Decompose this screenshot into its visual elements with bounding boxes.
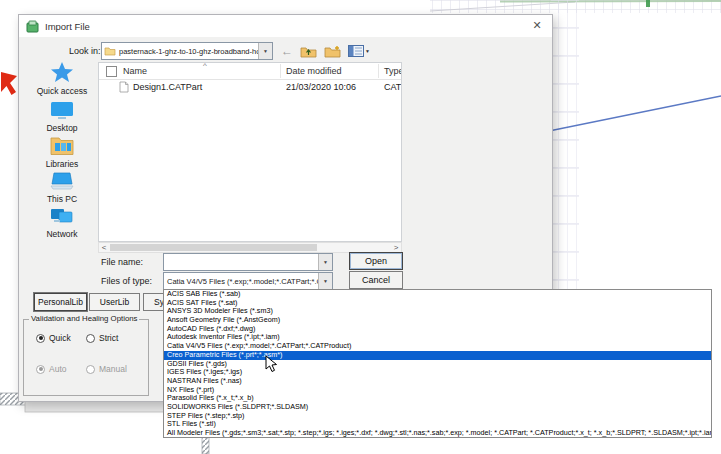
- validation-options-group: Validation and Healing Options Quick Str…: [23, 319, 149, 396]
- dialog-toolbar: ← ▼: [281, 42, 370, 60]
- chevron-down-icon: ▼: [365, 48, 370, 54]
- column-header-date-modified[interactable]: Date modified: [286, 66, 342, 76]
- files-of-type-value: Catia V4/V5 Files (*.exp;*.model;*.CATPa…: [164, 277, 318, 286]
- radio-quick[interactable]: Quick: [36, 333, 71, 343]
- view-menu-icon[interactable]: ▼: [348, 45, 370, 57]
- dropdown-item[interactable]: Ansoft Geometry File (*.AnstGeom): [164, 316, 711, 325]
- column-separator[interactable]: [280, 64, 281, 78]
- dropdown-item[interactable]: NASTRAN Files (*.nas): [164, 377, 711, 386]
- chevron-down-icon[interactable]: ▼: [318, 273, 332, 289]
- dropdown-item[interactable]: IGES Files (*.iges;*.igs): [164, 368, 711, 377]
- file-name-cell: Design1.CATPart: [133, 82, 278, 92]
- sidebar-item-label: Libraries: [31, 159, 93, 169]
- files-of-type-combobox[interactable]: Catia V4/V5 Files (*.exp;*.model;*.CATPa…: [163, 272, 333, 290]
- dropdown-item[interactable]: SOLIDWORKS Files (*.SLDPRT;*.SLDASM): [164, 403, 711, 412]
- radio-strict[interactable]: Strict: [86, 333, 118, 343]
- dropdown-item[interactable]: ACIS SAT Files (*.sat): [164, 299, 711, 308]
- file-name-label: File name:: [101, 257, 143, 267]
- dropdown-item[interactable]: Autodesk Inventor Files (*.ipt;*.iam): [164, 333, 711, 342]
- top-green-tick: [646, 0, 650, 7]
- radio-label: Auto: [49, 364, 67, 374]
- file-list: ^ Name Date modified Type Design1.CATPar…: [98, 62, 402, 242]
- radio-icon[interactable]: [86, 334, 95, 343]
- file-name-input[interactable]: ▼: [163, 253, 333, 271]
- sort-caret-icon: ^: [203, 62, 207, 70]
- top-green-line: [500, 1, 721, 2]
- radio-icon[interactable]: [36, 334, 45, 343]
- chevron-down-icon[interactable]: ▼: [318, 254, 332, 270]
- sidebar-item-label: Network: [31, 229, 93, 239]
- scroll-right-icon[interactable]: >: [391, 243, 401, 252]
- sidebar-item-libraries[interactable]: Libraries: [31, 135, 93, 169]
- chevron-down-icon[interactable]: ▼: [258, 43, 272, 59]
- look-in-combobox[interactable]: pasternack-1-ghz-to-10-ghz-broadband-hor…: [101, 42, 273, 60]
- up-one-level-icon[interactable]: [300, 45, 317, 58]
- new-folder-icon[interactable]: [324, 45, 341, 58]
- open-button[interactable]: Open: [349, 252, 403, 270]
- mouse-cursor-icon: [265, 355, 278, 373]
- radio-icon: [36, 365, 45, 374]
- file-type-dropdown-list: ACIS SAB Files (*.sab) ACIS SAT Files (*…: [163, 289, 712, 438]
- dialog-titlebar[interactable]: Import File ✕: [19, 15, 552, 37]
- cancel-button[interactable]: Cancel: [349, 271, 403, 289]
- scroll-left-icon[interactable]: <: [99, 243, 109, 252]
- dropdown-item[interactable]: All Modeler Files (*.gds;*.sm3;*.sat;*.s…: [164, 429, 711, 438]
- sidebar-item-network[interactable]: Network: [31, 206, 93, 239]
- dropdown-item-selected[interactable]: Creo Parametric Files (*.prt*;*.asm*): [164, 351, 711, 360]
- file-icon: [119, 81, 129, 93]
- radio-label: Quick: [49, 333, 71, 343]
- close-icon[interactable]: ✕: [528, 17, 546, 34]
- validation-group-title: Validation and Healing Options: [29, 314, 139, 323]
- scrollbar-thumb[interactable]: [110, 244, 317, 251]
- star-icon: [50, 61, 74, 83]
- red-annotation-arrow: [1, 72, 17, 95]
- files-of-type-label: Files of type:: [101, 276, 152, 286]
- this-pc-icon: [49, 171, 75, 191]
- radio-icon: [86, 365, 95, 374]
- user-lib-button[interactable]: UserLib: [89, 293, 140, 311]
- right-grid-band: [551, 0, 579, 289]
- radio-auto: Auto: [36, 364, 67, 374]
- sidebar-item-desktop[interactable]: Desktop: [31, 101, 93, 133]
- sidebar-item-label: This PC: [31, 194, 93, 204]
- radio-label: Strict: [99, 333, 118, 343]
- folder-icon: [104, 46, 116, 56]
- dropdown-item[interactable]: Catia V4/V5 Files (*.exp;*.model;*.CATPa…: [164, 342, 711, 351]
- import-file-icon: [26, 20, 39, 33]
- dropdown-item[interactable]: AutoCAD Files (*.dxf;*.dwg): [164, 325, 711, 334]
- sidebar-item-label: Quick access: [31, 86, 93, 96]
- column-header-type[interactable]: Type: [384, 66, 402, 76]
- file-row[interactable]: Design1.CATPart 21/03/2020 10:06 CATPA: [99, 80, 401, 95]
- personal-lib-button[interactable]: PersonalLib: [34, 293, 87, 311]
- sidebar-item-quick-access[interactable]: Quick access: [31, 61, 93, 96]
- dropdown-item[interactable]: STEP Files (*.step;*.stp): [164, 412, 711, 421]
- dropdown-item[interactable]: NX Files (*.prt): [164, 386, 711, 395]
- column-header-name[interactable]: Name: [123, 66, 147, 76]
- network-icon: [49, 206, 75, 226]
- dialog-title: Import File: [45, 21, 90, 32]
- back-icon[interactable]: ←: [281, 45, 293, 57]
- column-separator[interactable]: [378, 64, 379, 78]
- file-list-header: ^ Name Date modified Type: [99, 63, 401, 80]
- radio-label: Manual: [99, 364, 127, 374]
- sidebar-item-this-pc[interactable]: This PC: [31, 171, 93, 204]
- sidebar-item-label: Desktop: [31, 123, 93, 133]
- dropdown-item[interactable]: ACIS SAB Files (*.sab): [164, 290, 711, 299]
- dropdown-item[interactable]: STL Files (*.stl): [164, 420, 711, 429]
- select-all-checkbox[interactable]: [106, 66, 117, 77]
- dropdown-item[interactable]: Parasolid Files (*.x_t;*.x_b): [164, 394, 711, 403]
- dropdown-item[interactable]: GDSII Files (*.gds): [164, 360, 711, 369]
- file-type-cell: CATPA: [384, 82, 402, 92]
- file-date-cell: 21/03/2020 10:06: [286, 82, 376, 92]
- dropdown-item[interactable]: ANSYS 3D Modeler Files (*.sm3): [164, 307, 711, 316]
- desktop-icon: [49, 101, 75, 120]
- look-in-label: Look in:: [69, 46, 101, 56]
- libraries-icon: [49, 135, 75, 156]
- look-in-value: pasternack-1-ghz-to-10-ghz-broadband-hor…: [116, 47, 258, 56]
- radio-manual: Manual: [86, 364, 127, 374]
